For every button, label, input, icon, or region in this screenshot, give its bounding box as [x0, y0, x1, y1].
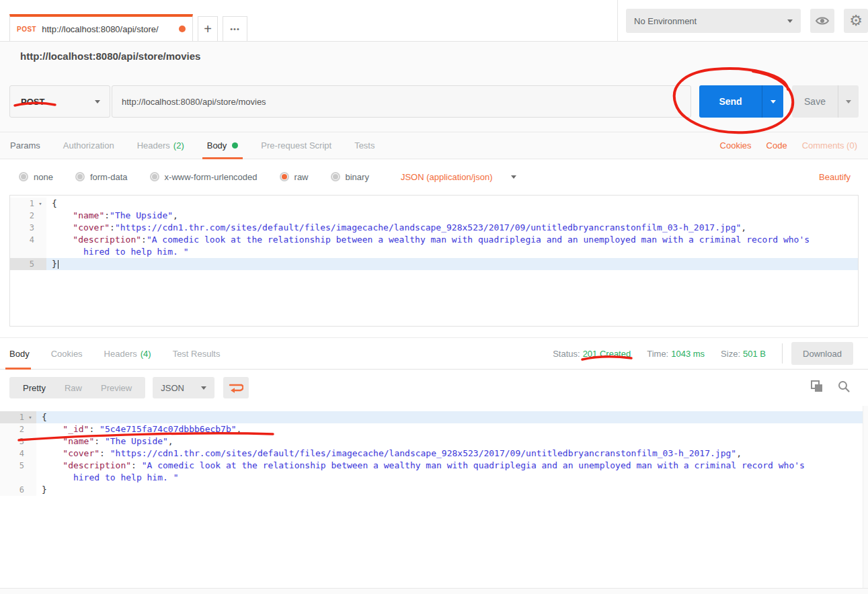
fold-arrow-icon — [34, 258, 46, 270]
url-input[interactable]: http://localhost:8080/api/store/movies — [112, 85, 691, 118]
view-pretty[interactable]: Pretty — [13, 383, 55, 393]
code-line[interactable]: 2 "_id": "5c4e715fa74c07dbbb6ecb7b", — [0, 423, 868, 435]
line-number: 5 — [0, 460, 24, 472]
code-line[interactable]: 5} — [10, 258, 858, 270]
vertical-scrollbar[interactable] — [863, 406, 868, 588]
line-gutter: 4 — [0, 448, 36, 460]
code-line[interactable]: hired to help him. " — [10, 246, 858, 258]
token: , — [173, 210, 178, 220]
tab-pre-request-script[interactable]: Pre-request Script — [249, 132, 343, 159]
line-number: 6 — [0, 484, 24, 496]
code-text: } — [36, 484, 868, 496]
token — [52, 235, 73, 245]
environment-select[interactable]: No Environment — [626, 9, 801, 33]
body-type-binary[interactable]: binary — [331, 172, 369, 182]
response-tab-test-results[interactable]: Test Results — [162, 337, 231, 370]
environment-panel: No Environment ⚙ — [617, 0, 868, 42]
chevron-down-icon — [846, 100, 851, 103]
wrap-lines-button[interactable] — [223, 377, 249, 398]
tab-tests[interactable]: Tests — [343, 132, 386, 159]
response-body-editor[interactable]: 1▾{2 "_id": "5c4e715fa74c07dbbb6ecb7b",3… — [0, 406, 868, 588]
code-line[interactable]: 4 "description":"A comedic look at the r… — [10, 234, 858, 246]
request-tab[interactable]: POST http://localhost:8080/api/store/ — [9, 14, 193, 41]
body-type-row: noneform-datax-www-form-urlencodedrawbin… — [0, 159, 868, 194]
radio-icon — [19, 172, 28, 181]
code-line[interactable]: 1▾{ — [10, 198, 858, 210]
save-button[interactable]: Save — [792, 85, 859, 118]
token: "The Upside" — [110, 210, 173, 220]
code-line[interactable]: hired to help him. " — [0, 472, 868, 484]
code-text: "description":"A comedic look at the rel… — [46, 234, 858, 246]
response-view-switch: PrettyRawPreview — [9, 377, 145, 398]
token: "https://cdn1.thr.com/sites/default/file… — [115, 222, 741, 232]
postman-window: POST http://localhost:8080/api/store/ + … — [0, 0, 868, 594]
code-line[interactable]: 4 "cover": "https://cdn1.thr.com/sites/d… — [0, 448, 868, 460]
response-format-select[interactable]: JSON — [153, 377, 214, 398]
token — [42, 424, 63, 434]
token: "description" — [63, 460, 131, 470]
send-button[interactable]: Send — [699, 85, 783, 118]
tab-body[interactable]: Body — [196, 132, 250, 159]
code-line[interactable]: 2 "name":"The Upside", — [10, 210, 858, 222]
body-set-dot-icon — [232, 142, 238, 148]
token — [42, 436, 63, 446]
meta-label: Status: — [553, 349, 580, 359]
request-body-editor[interactable]: 1▾{2 "name":"The Upside",3 "cover":"http… — [9, 195, 859, 327]
tab-headers[interactable]: Headers(2) — [126, 132, 196, 159]
beautify-link[interactable]: Beautify — [819, 172, 868, 182]
code-line[interactable]: 1▾{ — [0, 411, 868, 423]
body-type-form-data[interactable]: form-data — [75, 172, 128, 182]
token: : — [110, 222, 115, 232]
token: , — [736, 448, 742, 458]
new-tab-button[interactable]: + — [198, 16, 218, 41]
radio-dot — [152, 174, 157, 179]
response-size: Size:501 B — [721, 349, 766, 359]
tab-label: Tests — [354, 140, 374, 151]
horizontal-scrollbar[interactable] — [0, 588, 868, 594]
code-text: "_id": "5c4e715fa74c07dbbb6ecb7b", — [36, 423, 868, 435]
token: , — [237, 424, 242, 434]
environment-quick-look-button[interactable] — [810, 9, 834, 33]
token — [52, 222, 73, 232]
cookies-link[interactable]: Cookies — [720, 140, 752, 151]
search-button[interactable] — [837, 380, 851, 396]
meta-label: Size: — [721, 349, 740, 359]
save-options-button[interactable] — [838, 85, 859, 118]
method-select[interactable]: POST — [9, 85, 110, 118]
tab-authorization[interactable]: Authorization — [52, 132, 126, 159]
code-line[interactable]: 3 "name": "The Upside", — [0, 435, 868, 448]
token: : — [94, 436, 105, 446]
line-number: 1 — [10, 198, 34, 210]
tab-params[interactable]: Params — [0, 132, 52, 159]
line-number — [0, 472, 24, 484]
response-tab-body[interactable]: Body — [0, 337, 40, 370]
token: , — [168, 436, 173, 446]
copy-button[interactable] — [810, 380, 824, 396]
view-raw[interactable]: Raw — [55, 383, 91, 393]
body-type-x-www-form-urlencoded[interactable]: x-www-form-urlencoded — [150, 172, 258, 182]
body-type-none[interactable]: none — [19, 172, 53, 182]
content-type-select[interactable]: JSON (application/json) — [401, 172, 517, 182]
request-tabs: ParamsAuthorizationHeaders(2)BodyPre-req… — [0, 132, 386, 159]
body-type-raw[interactable]: raw — [280, 172, 309, 182]
token: "_id" — [63, 424, 89, 434]
chevron-down-icon — [201, 386, 206, 390]
code-line[interactable]: 3 "cover":"https://cdn1.thr.com/sites/de… — [10, 222, 858, 234]
line-gutter: 1▾ — [10, 198, 46, 210]
token: "cover" — [73, 222, 110, 232]
comments-link[interactable]: Comments (0) — [802, 140, 857, 151]
settings-button[interactable]: ⚙ — [844, 9, 868, 33]
response-tabs: BodyCookiesHeaders(4)Test Results — [0, 338, 231, 369]
response-tab-cookies[interactable]: Cookies — [40, 337, 93, 370]
code-line[interactable]: 6} — [0, 484, 868, 496]
response-tab-headers[interactable]: Headers(4) — [93, 337, 162, 370]
code-line[interactable]: 5 "description": "A comedic look at the … — [0, 460, 868, 472]
download-button[interactable]: Download — [791, 342, 853, 365]
line-gutter: 3 — [0, 435, 36, 448]
tab-options-button[interactable]: ••• — [223, 16, 247, 41]
line-number: 5 — [10, 258, 34, 270]
send-options-button[interactable] — [762, 85, 783, 118]
view-preview[interactable]: Preview — [91, 383, 141, 393]
code-link[interactable]: Code — [766, 140, 787, 151]
token: "A comedic look at the relationship betw… — [142, 460, 805, 470]
